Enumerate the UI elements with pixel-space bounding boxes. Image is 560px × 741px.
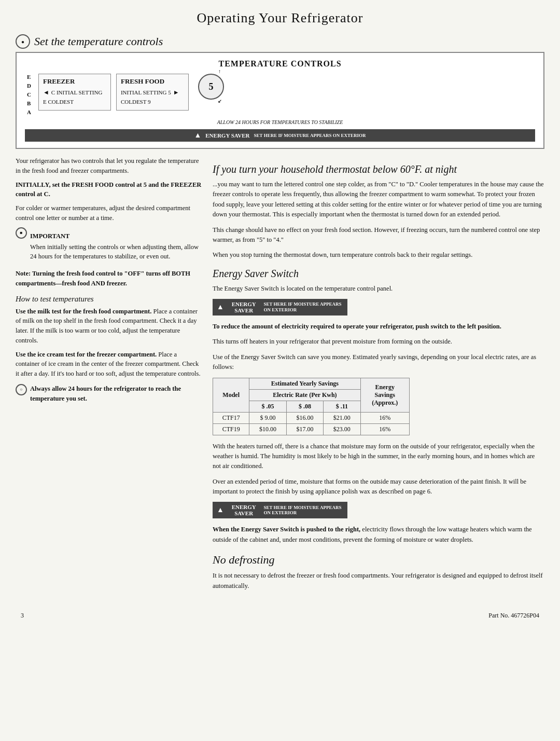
dial-arrow-top: ↑	[218, 68, 221, 74]
fresh-food-test: Use the milk test for the fresh food com…	[16, 307, 202, 346]
energy-saver-bar2-icon: ▲	[217, 506, 224, 514]
page-number: 3	[21, 612, 24, 620]
important-content: IMPORTANT When initially setting the con…	[30, 227, 202, 266]
table-row: CTF17 $ 9.00 $16.00 $21.00 16%	[213, 412, 410, 423]
right-column: If you turn your household thermostat be…	[213, 156, 544, 596]
energy-saver-icon: ▲	[194, 131, 201, 140]
ice-cream-test: Use the ice cream test for the freezer c…	[16, 350, 202, 379]
energy-saver-switch-text: When the Energy Saver Switch is pushed t…	[213, 525, 544, 545]
controls-inner: E D C B A FREEZER ◄ C INITIAL SETTING E …	[25, 74, 535, 115]
table-cell-r08: $16.00	[286, 412, 323, 423]
energy-saver-intro: The Energy Saver Switch is located on th…	[213, 284, 544, 294]
freezer-setting-label: C INITIAL SETTING	[51, 88, 103, 98]
energy-saver-desc2: This turns off heaters in your refrigera…	[213, 337, 544, 347]
important-label: IMPORTANT	[30, 232, 202, 240]
fresh-food-coldest-row: COLDEST 9	[121, 98, 184, 107]
table-header-rate: Electric Rate (Per Kwh)	[249, 389, 360, 401]
table-cell-savings: 16%	[360, 412, 409, 423]
no-defrost-text: It is not necessary to defrost the freez…	[213, 571, 544, 591]
table-rate-05: $ .05	[249, 401, 286, 412]
table-header-energy: EnergySavings(Approx.)	[360, 378, 409, 412]
left-column: Your refrigerator has two controls that …	[16, 156, 202, 596]
initially-bold-strong: INITIALLY, set the FRESH FOOD control at…	[16, 181, 201, 198]
dial-container: ↑ 5 ↙	[198, 74, 224, 100]
note-bold: Note: Turning the fresh food control to …	[16, 269, 202, 289]
page-footer: 3 Part No. 467726P04	[16, 612, 544, 620]
table-header-model: Model	[213, 378, 249, 412]
arrow-right-icon: ►	[173, 88, 179, 98]
energy-saver-bar-icon: ▲	[217, 303, 224, 311]
no-defrost-title: No defrosting	[213, 553, 544, 567]
over-time: Over an extended period of time, moistur…	[213, 477, 544, 497]
fresh-food-setting-row: INITIAL SETTING 5 ►	[121, 88, 184, 98]
intro-text: Your refrigerator has two controls that …	[16, 156, 202, 176]
thermostat-title: If you turn your household thermostat be…	[213, 163, 544, 175]
table-rate-11: $ .11	[324, 401, 360, 412]
important-block: ■ IMPORTANT When initially setting the c…	[16, 227, 202, 266]
important-text: When initially setting the controls or w…	[30, 242, 202, 262]
energy-saver-bar-label: ENERGY SAVER	[228, 301, 260, 313]
energy-saver-bar-standalone[interactable]: ▲ ENERGY SAVER SET HERE IF MOISTURE APPE…	[213, 299, 347, 315]
energy-saver-desc1: To reduce the amount of electricity requ…	[213, 322, 544, 332]
table-cell-r11: $23.00	[324, 423, 360, 435]
table-rate-08: $ .08	[286, 401, 323, 412]
energy-saver-bar-second[interactable]: ▲ ENERGY SAVER SET HERE IF MOISTURE APPE…	[213, 502, 347, 518]
table-cell-r11: $21.00	[324, 412, 360, 423]
energy-saver-desc3: Use of the Energy Saver Switch can save …	[213, 352, 544, 373]
table-cell-r05: $10.00	[249, 423, 286, 435]
dial-value: 5	[208, 81, 213, 92]
table-cell-r08: $17.00	[286, 423, 323, 435]
energy-saver-bar2-sub: SET HERE IF MOISTURE APPEARS ON EXTERIOR	[263, 505, 343, 516]
freezer-coldest-label: E COLDEST	[43, 98, 74, 107]
table-cell-model: CTF17	[213, 412, 249, 423]
always-bold: Always allow 24 hours for the refrigerat…	[30, 385, 181, 402]
set-temp-section-header: ● Set the temperature controls	[16, 34, 544, 49]
energy-saver-bar-inline[interactable]: ▲ ENERGY SAVER SET HERE IF MOISTURE APPE…	[25, 129, 535, 142]
with-heaters-off: With the heaters turned off, there is a …	[213, 442, 544, 472]
table-cell-r05: $ 9.00	[249, 412, 286, 423]
fresh-food-panel: FRESH FOOD INITIAL SETTING 5 ► COLDEST 9	[116, 74, 189, 111]
fresh-food-label: FRESH FOOD	[121, 77, 184, 86]
thermostat-text1: ...you may want to turn the lettered con…	[213, 180, 544, 220]
arrow-left-icon: ◄	[43, 88, 49, 98]
fresh-food-setting-label: INITIAL SETTING 5	[121, 88, 171, 98]
ice-cream-bold: Use the ice cream test for the freezer c…	[16, 351, 157, 358]
energy-saver-bar-sub: SET HERE IF MOISTURE APPEARS ON EXTERIOR	[263, 301, 343, 313]
letter-labels: E D C B A	[25, 74, 33, 115]
freezer-panel: FREEZER ◄ C INITIAL SETTING E COLDEST	[38, 74, 111, 111]
temp-controls-box: TEMPERATURE CONTROLS E D C B A FREEZER ◄…	[16, 52, 544, 149]
energy-saver-switch-bold: When the Energy Saver Switch is pushed t…	[213, 526, 360, 533]
temp-controls-title: TEMPERATURE CONTROLS	[25, 59, 535, 68]
how-title: How to test temperatures	[16, 295, 202, 304]
table-cell-savings: 16%	[360, 423, 409, 435]
adjust-text: For colder or warmer temperatures, adjus…	[16, 203, 202, 223]
section-icon: ●	[16, 34, 30, 49]
freezer-setting-row: ◄ C INITIAL SETTING	[43, 88, 106, 98]
allow-text: ALLOW 24 HOURS FOR TEMPERATURES TO STABI…	[25, 119, 535, 125]
fresh-food-bold: Use the milk test for the fresh food com…	[16, 308, 151, 315]
freezer-label: FREEZER	[43, 77, 106, 86]
energy-saver-label-inline: ENERGY SAVER	[205, 132, 249, 139]
section-title-line1: Set the temperature controls	[34, 35, 163, 48]
main-layout: Your refrigerator has two controls that …	[16, 156, 544, 596]
note-bold-strong: Note: Turning the fresh food control to …	[16, 270, 190, 287]
always-block: ○ Always allow 24 hours for the refriger…	[16, 384, 202, 408]
dial-arrow-bottom: ↙	[218, 99, 222, 104]
freezer-coldest-row: E COLDEST	[43, 98, 106, 107]
thermostat-text2: This change should have no effect on you…	[213, 225, 544, 245]
table-header-estimated: Estimated Yearly Savings	[249, 378, 360, 389]
always-text: Always allow 24 hours for the refrigerat…	[30, 384, 202, 404]
savings-table: Model Estimated Yearly Savings EnergySav…	[213, 378, 410, 435]
part-number: Part No. 467726P04	[488, 612, 539, 620]
temp-dial[interactable]: ↑ 5 ↙	[198, 74, 224, 100]
table-cell-model: CTF19	[213, 423, 249, 435]
page-title: Operating Your Refrigerator	[16, 10, 544, 26]
right-text-block: If you turn your household thermostat be…	[213, 163, 544, 591]
table-row: CTF19 $10.00 $17.00 $23.00 16%	[213, 423, 410, 435]
important-icon: ■	[16, 227, 27, 239]
thermostat-text3: When you stop turning the thermostat dow…	[213, 250, 544, 260]
initially-bold: INITIALLY, set the FRESH FOOD control at…	[16, 180, 202, 200]
always-icon: ○	[16, 384, 27, 395]
energy-saver-bar2-label: ENERGY SAVER	[228, 504, 260, 516]
fresh-food-coldest-label: COLDEST 9	[121, 98, 151, 107]
